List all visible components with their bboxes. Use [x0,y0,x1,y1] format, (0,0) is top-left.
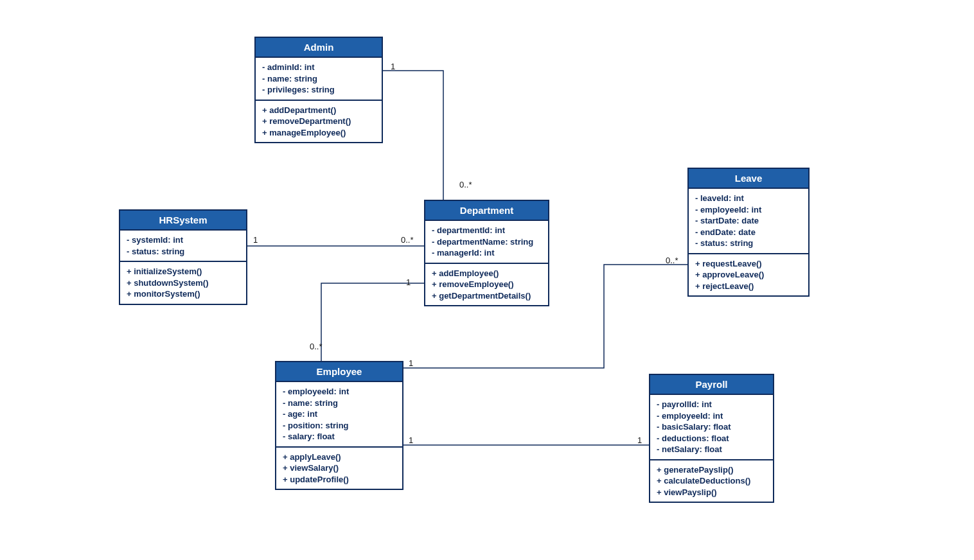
class-methods: + addDepartment() + removeDepartment() +… [256,100,382,143]
class-attributes: - systemId: int - status: string [120,231,246,261]
class-methods: + initializeSystem() + shutdownSystem() … [120,261,246,304]
method: + shutdownSystem() [127,277,240,289]
attr: - systemId: int [127,234,240,246]
method: + applyLeave() [283,451,396,463]
attr: - salary: float [283,431,396,442]
class-methods: + requestLeave() + approveLeave() + reje… [689,253,808,296]
attr: - employeeId: int [657,410,766,422]
class-attributes: - payrollId: int - employeeId: int - bas… [650,395,773,459]
attr: - name: string [283,398,396,409]
attr: - position: string [283,420,396,432]
attr: - payrollId: int [657,399,766,410]
class-employee: Employee - employeeId: int - name: strin… [275,361,403,490]
attr: - deductions: float [657,433,766,444]
class-attributes: - adminId: int - name: string - privileg… [256,58,382,100]
attr: - basicSalary: float [657,421,766,433]
method: + updateProfile() [283,474,396,486]
attr: - privileges: string [262,84,375,96]
class-methods: + generatePayslip() + calculateDeduction… [650,459,773,502]
class-methods: + applyLeave() + viewSalary() + updatePr… [276,446,402,489]
method: + manageEmployee() [262,127,375,139]
class-title: HRSystem [120,211,246,231]
mult-emp-leave-1: 1 [409,358,413,368]
attr: - managerId: int [432,247,542,259]
class-attributes: - leaveId: int - employeeId: int - start… [689,189,808,253]
class-methods: + addEmployee() + removeEmployee() + get… [425,263,548,306]
attr: - leaveId: int [695,193,802,204]
class-admin: Admin - adminId: int - name: string - pr… [254,37,383,143]
mult-admin-1: 1 [391,62,395,71]
method: + approveLeave() [695,269,802,281]
class-title: Employee [276,362,402,382]
method: + monitorSystem() [127,288,240,300]
method: + calculateDeductions() [657,475,766,487]
method: + requestLeave() [695,258,802,270]
class-leave: Leave - leaveId: int - employeeId: int -… [687,168,810,297]
class-title: Department [425,201,548,221]
attr: - departmentId: int [432,225,542,236]
attr: - departmentName: string [432,236,542,248]
attr: - netSalary: float [657,444,766,455]
attr: - adminId: int [262,62,375,73]
attr: - employeeId: int [283,386,396,398]
class-title: Payroll [650,375,773,395]
method: + addEmployee() [432,268,542,279]
attr: - endDate: date [695,227,802,238]
uml-canvas: Admin - adminId: int - name: string - pr… [0,0,974,560]
class-title: Admin [256,38,382,58]
method: + removeEmployee() [432,279,542,290]
mult-dept-1: 1 [406,277,411,287]
mult-emp-payroll-a: 1 [409,435,413,445]
attr: - status: string [127,246,240,258]
mult-dept-n: 0..* [310,342,323,351]
class-attributes: - employeeId: int - name: string - age: … [276,382,402,446]
attr: - startDate: date [695,215,802,227]
mult-emp-leave-n: 0..* [666,256,678,265]
method: + initializeSystem() [127,266,240,277]
attr: - status: string [695,238,802,249]
attr: - name: string [262,73,375,85]
method: + generatePayslip() [657,464,766,476]
mult-hr-1: 1 [253,235,258,245]
mult-hr-n: 0..* [401,235,414,245]
class-title: Leave [689,169,808,189]
mult-admin-n: 0..* [459,180,472,189]
class-department: Department - departmentId: int - departm… [424,200,549,306]
method: + getDepartmentDetails() [432,290,542,302]
class-hrsystem: HRSystem - systemId: int - status: strin… [119,209,247,305]
method: + removeDepartment() [262,116,375,127]
method: + viewSalary() [283,462,396,474]
method: + viewPayslip() [657,487,766,498]
attr: - age: int [283,408,396,420]
method: + rejectLeave() [695,281,802,292]
method: + addDepartment() [262,105,375,116]
class-attributes: - departmentId: int - departmentName: st… [425,221,548,263]
mult-emp-payroll-b: 1 [637,435,642,445]
attr: - employeeId: int [695,204,802,216]
class-payroll: Payroll - payrollId: int - employeeId: i… [649,374,774,503]
